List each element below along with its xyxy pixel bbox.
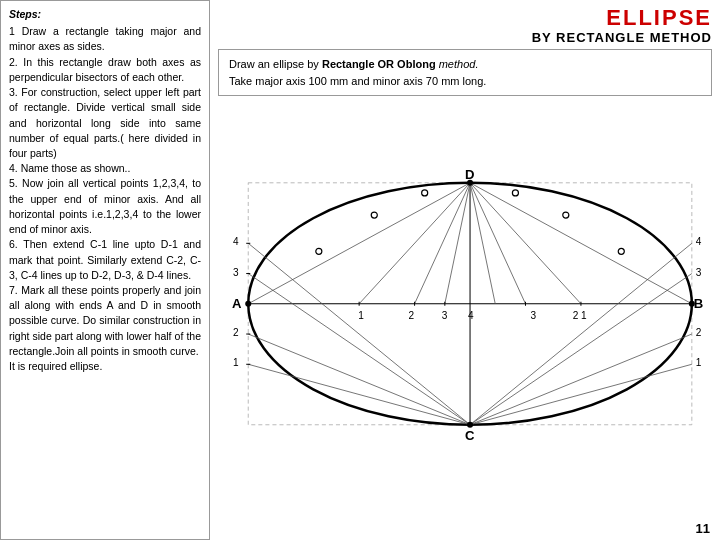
svg-line-6	[415, 183, 470, 304]
svg-line-4	[248, 183, 470, 304]
page-number: 11	[696, 521, 710, 536]
svg-line-5	[359, 183, 470, 304]
left-panel: Steps: 1 Draw a rectangle taking major a…	[0, 0, 210, 540]
svg-point-27	[689, 301, 695, 307]
header-area: ELLIPSE BY RECTANGLE METHOD	[218, 6, 712, 45]
label-B: B	[694, 296, 703, 311]
instruction-box: Draw an ellipse by Rectangle OR Oblong m…	[218, 49, 712, 96]
label-right-3: 3	[696, 267, 702, 278]
svg-line-8	[248, 364, 470, 424]
svg-point-29	[467, 422, 473, 428]
label-bottom-4L: 4	[468, 310, 474, 321]
label-C: C	[465, 428, 475, 443]
label-left-4: 4	[233, 236, 239, 247]
instruction-line2: Take major axis 100 mm and minor axis 70…	[229, 75, 486, 87]
label-bottom-1R: 1	[581, 310, 587, 321]
svg-line-13	[470, 183, 581, 304]
svg-point-28	[467, 180, 473, 186]
label-D: D	[465, 167, 474, 182]
right-panel: ELLIPSE BY RECTANGLE METHOD Draw an elli…	[210, 0, 720, 540]
svg-line-9	[248, 334, 470, 425]
label-bottom-1L: 1	[358, 310, 364, 321]
svg-line-7	[445, 183, 470, 304]
label-left-1: 1	[233, 357, 239, 368]
steps-title: Steps:	[9, 7, 201, 22]
svg-line-11	[248, 243, 470, 424]
label-left-3: 3	[233, 267, 239, 278]
instruction-line1: Draw an ellipse by Rectangle OR Oblong m…	[229, 58, 478, 70]
label-bottom-3L: 3	[442, 310, 448, 321]
label-right-2: 2	[696, 327, 702, 338]
steps-content: 1 Draw a rectangle taking major and mino…	[9, 24, 201, 374]
label-bottom-3R: 3	[531, 310, 537, 321]
label-A: A	[232, 296, 242, 311]
label-bottom-2L: 2	[409, 310, 415, 321]
svg-point-24	[563, 212, 569, 218]
page-container: Steps: 1 Draw a rectangle taking major a…	[0, 0, 720, 540]
svg-line-12	[470, 183, 692, 304]
svg-line-19	[470, 243, 692, 424]
svg-point-23	[618, 249, 624, 255]
svg-line-10	[248, 274, 470, 425]
svg-line-17	[470, 334, 692, 425]
svg-line-14	[470, 183, 525, 304]
ellipse-svg: A B C D 1 2 3 4 1 2 3 4 1 2 3 4 3	[218, 102, 712, 536]
label-right-1: 1	[696, 357, 702, 368]
svg-point-26	[245, 301, 251, 307]
svg-point-22	[422, 190, 428, 196]
label-left-2: 2	[233, 327, 239, 338]
label-bottom-2R: 2	[573, 310, 579, 321]
title-method: BY RECTANGLE METHOD	[218, 30, 712, 45]
svg-line-15	[470, 183, 495, 304]
svg-point-21	[371, 212, 377, 218]
label-right-4: 4	[696, 236, 702, 247]
diagram-area: A B C D 1 2 3 4 1 2 3 4 1 2 3 4 3	[218, 102, 712, 536]
svg-line-18	[470, 274, 692, 425]
svg-line-16	[470, 364, 692, 424]
title-ellipse: ELLIPSE	[218, 6, 712, 30]
svg-point-25	[512, 190, 518, 196]
svg-point-20	[316, 249, 322, 255]
